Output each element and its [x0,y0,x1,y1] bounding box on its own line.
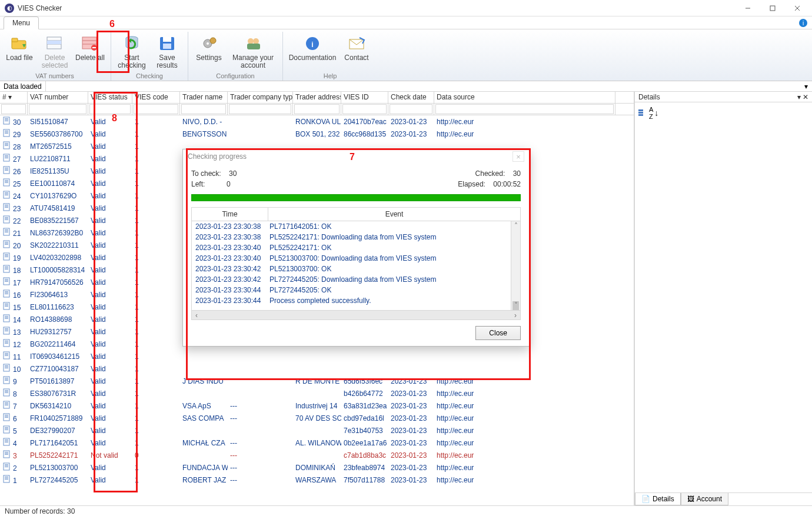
svg-rect-29 [5,118,8,119]
table-row[interactable]: 6FR10402571889Valid1SAS COMPA---70 AV DE… [0,412,634,424]
table-row[interactable]: 11IT06903461215Valid1 [0,350,634,362]
col-vat-number[interactable]: VAT number [28,92,88,103]
log-hscroll[interactable]: ‹ › [192,310,520,319]
table-row[interactable]: 9PT501613897Valid1J DIAS INDUR DE MONTE6… [0,375,634,387]
to-check-value: 30 [229,169,237,178]
svg-rect-70 [5,243,8,244]
filter-6[interactable] [294,104,340,114]
chevron-down-icon[interactable]: ˅ [511,301,520,310]
sort-az-icon[interactable]: AZ ↓ [638,106,658,120]
info-icon: i [303,34,322,53]
log-col-event[interactable]: Event [268,208,520,221]
filter-0[interactable] [1,104,26,114]
minimize-button[interactable] [736,0,760,16]
maximize-button[interactable] [760,0,785,16]
table-row[interactable]: 8ES38076731RValid1b426b647722023-01-23ht… [0,387,634,400]
filter-5[interactable] [229,104,291,114]
svg-rect-57 [5,205,8,205]
bar-menu-icon[interactable]: ▾ [803,83,810,90]
col-data-source[interactable]: Data source [434,92,615,103]
tab-account[interactable]: 🖼Account [681,493,728,505]
svg-rect-47 [5,170,8,171]
ribbon-manage-your-account-button[interactable]: Manage your account [228,32,278,72]
svg-rect-146 [5,478,8,478]
dialog-titlebar[interactable]: Checking progress × [183,149,529,164]
log-scrollbar[interactable]: ˄ ˅ [511,221,520,310]
chevron-left-icon[interactable]: ‹ [192,311,201,319]
svg-rect-87 [5,294,8,294]
filter-7[interactable] [342,104,387,114]
svg-rect-117 [5,390,8,391]
close-button[interactable] [785,0,810,16]
ribbon: Load fileDelete selectedDelete allVAT nu… [0,29,812,81]
filter-1[interactable] [29,104,86,114]
status-bar: Number of records: 30 [0,505,812,516]
svg-rect-103 [5,343,8,344]
svg-rect-86 [5,292,8,293]
left-value: 0 [227,180,231,188]
ribbon-delete-selected-button[interactable]: Delete selected [39,32,71,72]
log-row: 2023-01-23 23:30:44Process completed suc… [192,295,520,306]
chevron-right-icon[interactable]: › [511,311,520,319]
help-icon[interactable]: i [799,19,807,27]
svg-rect-1 [770,6,775,11]
svg-rect-123 [5,405,8,405]
log-row: 2023-01-23 23:30:42PL7272445205: Downloa… [192,274,520,285]
chevron-up-icon[interactable]: ˄ [511,221,520,231]
col-trader-name[interactable]: Trader name [180,92,228,103]
filter-9[interactable] [435,104,614,114]
table-row[interactable]: 29SE55603786700Valid1BENGTSSONBOX 501, 2… [0,128,634,140]
filter-3[interactable] [134,104,178,114]
tab-details[interactable]: 📄Details [635,493,681,505]
gear-icon [199,34,218,53]
table-row[interactable]: 30SI51510847Valid1NIVO, D.D. -RONKOVA UL… [0,115,634,128]
svg-rect-145 [5,477,8,477]
filter-8[interactable] [390,104,432,114]
svg-rect-99 [5,331,8,331]
table-row[interactable]: 4PL7171642051Valid1MICHAŁ CZA---AL. WILA… [0,437,634,449]
table-row[interactable]: 2PL5213003700Valid1FUNDACJA W---DOMINIKA… [0,461,634,474]
col-vies-status[interactable]: VIES status [88,92,132,103]
svg-rect-135 [5,442,8,442]
svg-rect-131 [5,430,8,430]
svg-rect-46 [5,169,8,169]
ribbon-load-file-button[interactable]: Load file [4,32,35,72]
svg-rect-17 [163,37,171,42]
filter-2[interactable] [89,104,131,114]
menu-bar: Menu i [0,16,812,29]
dialog-close-icon[interactable]: × [513,151,524,162]
ribbon-contact-button[interactable]: Contact [341,32,372,64]
table-row[interactable]: 3PL5252242171Not valid0---c7ab1d8ba3c202… [0,449,634,461]
col-trader-company-type[interactable]: Trader company type [228,92,293,103]
data-loaded-label: Data loaded [0,81,46,91]
col--[interactable]: # ▾ [0,92,28,103]
ribbon-start-checking-button[interactable]: Start checking [116,32,148,72]
account-icon: 🖼 [687,495,694,503]
grid-panel: # ▾VAT numberVIES statusVIES codeTrader … [0,92,634,505]
col-vies-id[interactable]: VIES ID [341,92,388,103]
table-row[interactable]: 1PL7272445205Valid1ROBERT JAZ---WARSZAWA… [0,474,634,486]
grid-filters [0,104,634,115]
table-row[interactable]: 7DK56314210Valid1VSA ApS---Industrivej 1… [0,400,634,412]
window-title: VIES Checker [18,4,736,12]
table-row[interactable]: 5DE327990207Valid17e31b407532023-01-23ht… [0,424,634,437]
ribbon-documentation-button[interactable]: iDocumentation [288,32,337,64]
ribbon-save-results-button[interactable]: Save results [151,32,183,72]
svg-rect-94 [5,317,8,318]
svg-rect-150 [638,114,643,116]
svg-point-21 [210,38,216,44]
col-check-date[interactable]: Check date [388,92,434,103]
table-row[interactable]: 10CZ7710043187Valid1 [0,362,634,375]
svg-rect-110 [5,367,8,367]
ribbon-delete-all-button[interactable]: Delete all [74,32,106,72]
log-col-time[interactable]: Time [192,208,268,221]
col-vies-code[interactable]: VIES code [132,92,180,103]
close-button[interactable]: Close [475,326,521,340]
filter-4[interactable] [181,104,226,114]
checked-label: Checked: [475,169,505,178]
menu-tab[interactable]: Menu [4,16,39,29]
col-trader-address[interactable]: Trader address [293,92,341,103]
svg-rect-67 [5,232,8,232]
svg-rect-5 [12,38,18,42]
ribbon-settings-button[interactable]: Settings [193,32,225,72]
